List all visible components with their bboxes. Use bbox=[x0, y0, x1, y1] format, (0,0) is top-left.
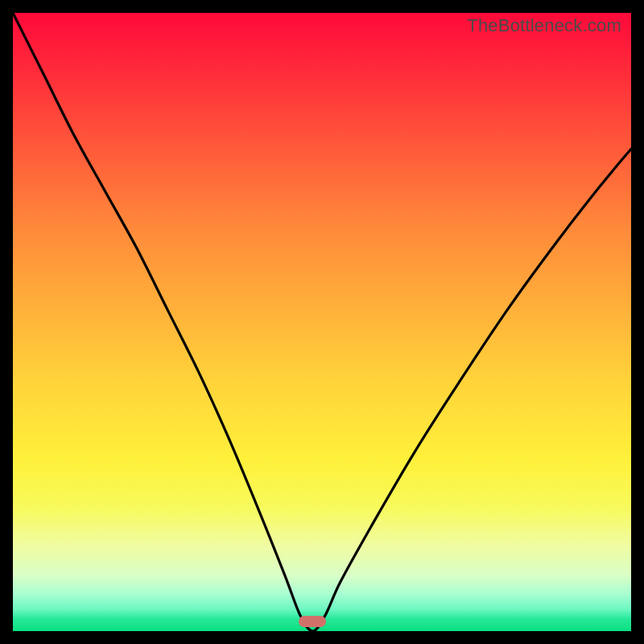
plot-area: TheBottleneck.com bbox=[13, 13, 631, 631]
chart-frame: TheBottleneck.com bbox=[0, 0, 644, 644]
mismatch-curve bbox=[13, 13, 631, 631]
optimal-point-marker bbox=[299, 616, 326, 627]
